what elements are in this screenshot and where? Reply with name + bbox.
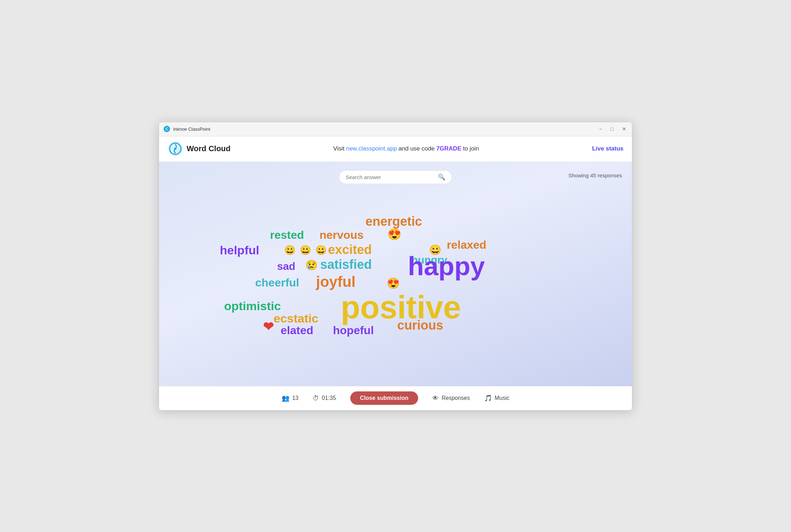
live-status-button[interactable]: Live status [592, 145, 623, 152]
close-button[interactable]: ✕ [621, 126, 628, 132]
word-cloud-item: optimistic [224, 300, 281, 312]
word-cloud-item: 😀 [315, 246, 327, 255]
close-submission-button[interactable]: Close submission [350, 391, 418, 405]
titlebar-title: Inknoe ClassPoint [173, 126, 210, 132]
word-cloud-item: ❤ [263, 320, 274, 333]
word-cloud-item: helpful [220, 244, 259, 256]
responses-count: Showing 45 responses [568, 172, 622, 178]
timer-value: 01:35 [322, 395, 336, 401]
search-bar: 🔍 [339, 170, 452, 184]
word-cloud-item: satisfied [320, 258, 372, 271]
titlebar-controls: − □ ✕ [598, 126, 628, 132]
search-input[interactable] [346, 174, 435, 180]
minimize-button[interactable]: − [598, 126, 603, 132]
app-window: C Inknoe ClassPoint − □ ✕ Word Cloud Vis… [159, 122, 632, 410]
participants-count: 13 [292, 395, 299, 401]
music-item[interactable]: 🎵 Music [484, 394, 510, 402]
responses-icon: 👁 [432, 395, 439, 402]
maximize-button[interactable]: □ [609, 126, 615, 132]
word-cloud-item: 😢 [305, 260, 318, 270]
search-icon: 🔍 [438, 173, 445, 181]
word-cloud-item: hopeful [333, 325, 374, 336]
participants-icon: 👥 [282, 394, 289, 402]
main-area: 🔍 Showing 45 responses energeticrestedne… [159, 162, 632, 386]
word-cloud-item: joyful [316, 274, 356, 289]
header-center: Visit new.classpoint.app and use code 7G… [245, 145, 567, 152]
music-label: Music [495, 395, 510, 401]
titlebar-left: C Inknoe ClassPoint [163, 125, 210, 132]
responses-label: Responses [441, 395, 470, 401]
titlebar: C Inknoe ClassPoint − □ ✕ [159, 122, 632, 136]
join-code: 7GRADE [436, 145, 461, 152]
word-cloud-item: sad [277, 261, 295, 272]
word-cloud-item: energetic [365, 215, 422, 228]
word-cloud-item: 😍 [387, 278, 400, 289]
visit-text: Visit [333, 145, 346, 152]
word-cloud-item: rested [270, 229, 304, 241]
word-cloud-item: 😀 [300, 246, 311, 255]
header-right: Live status [567, 145, 623, 152]
svg-point-4 [174, 148, 176, 150]
word-cloud-item: cheerful [255, 277, 299, 288]
word-cloud-item: relaxed [447, 239, 486, 250]
and-text: and use code [397, 145, 436, 152]
timer-item: ⏱ 01:35 [313, 395, 336, 402]
word-cloud-item: elated [281, 325, 313, 336]
word-cloud-item: happy [408, 253, 485, 279]
site-link[interactable]: new.classpoint.app [346, 145, 397, 152]
search-bar-row: 🔍 [168, 170, 623, 184]
word-cloud-item: curious [397, 319, 443, 332]
header-logo: Word Cloud [168, 141, 245, 156]
page-title: Word Cloud [187, 144, 230, 153]
participants-item: 👥 13 [282, 394, 299, 402]
join-suffix: to join [461, 145, 479, 152]
word-cloud: energeticrestednervous😍😀relaxedhelpful😀😀… [168, 187, 623, 378]
footer: 👥 13 ⏱ 01:35 Close submission 👁 Response… [159, 386, 632, 410]
responses-item[interactable]: 👁 Responses [432, 395, 470, 402]
music-icon: 🎵 [484, 394, 492, 402]
svg-text:C: C [165, 127, 168, 131]
word-cloud-item: 😀 [284, 246, 295, 255]
word-cloud-item: ecstatic [274, 312, 318, 324]
timer-icon: ⏱ [313, 395, 319, 402]
logo-icon [168, 141, 183, 156]
word-cloud-item: 😍 [387, 229, 402, 240]
app-icon: C [163, 125, 170, 132]
word-cloud-item: excited [328, 243, 372, 256]
header: Word Cloud Visit new.classpoint.app and … [159, 136, 632, 162]
word-cloud-item: nervous [320, 229, 363, 241]
